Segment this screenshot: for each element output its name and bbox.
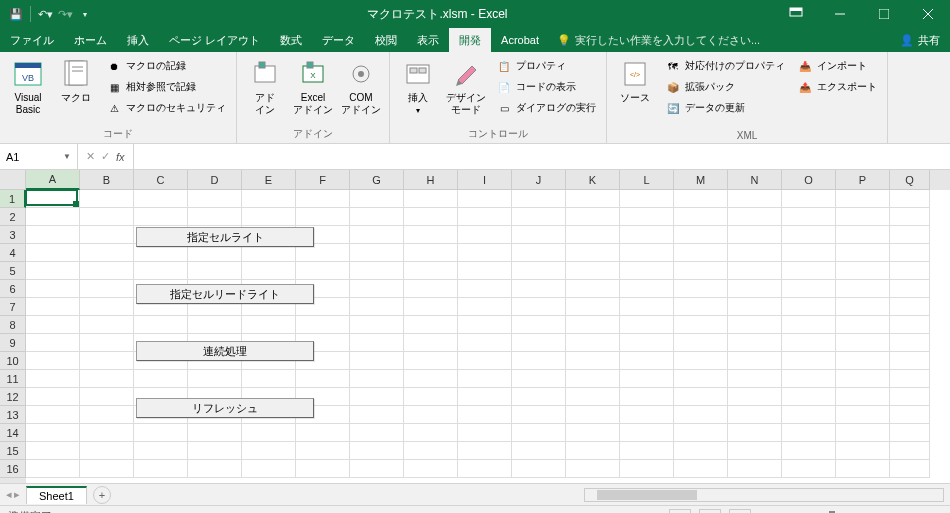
cell[interactable] [80,334,134,352]
qat-customize-icon[interactable]: ▾ [77,6,93,22]
share-button[interactable]: 👤共有 [890,28,950,52]
cell[interactable] [458,190,512,208]
cell[interactable] [566,298,620,316]
ribbon-tab[interactable]: ファイル [0,28,64,52]
cell[interactable] [674,208,728,226]
cell[interactable] [188,316,242,334]
cell[interactable] [890,334,930,352]
cell[interactable] [728,460,782,478]
cell[interactable] [566,280,620,298]
cell[interactable] [134,190,188,208]
run-dialog-button[interactable]: ▭ダイアログの実行 [492,98,600,118]
row-header[interactable]: 16 [0,460,26,478]
cell[interactable] [80,316,134,334]
cell[interactable] [242,316,296,334]
row-header[interactable]: 14 [0,424,26,442]
cell[interactable] [728,190,782,208]
redo-icon[interactable]: ↷▾ [57,6,73,22]
ribbon-tab[interactable]: 開発 [449,28,491,52]
cell[interactable] [782,298,836,316]
cell[interactable] [458,208,512,226]
cell[interactable] [512,352,566,370]
cell[interactable] [350,190,404,208]
cell[interactable] [728,316,782,334]
cell[interactable] [890,316,930,334]
cell[interactable] [620,208,674,226]
record-macro-button[interactable]: ⏺マクロの記録 [102,56,230,76]
cell[interactable] [566,208,620,226]
cell[interactable] [458,316,512,334]
cell[interactable] [728,280,782,298]
cell[interactable] [134,442,188,460]
cell[interactable] [512,226,566,244]
form-button[interactable]: リフレッシュ [136,398,314,418]
row-header[interactable]: 1 [0,190,26,208]
cell[interactable] [296,316,350,334]
cell[interactable] [26,424,80,442]
cell[interactable] [188,424,242,442]
cell[interactable] [350,316,404,334]
cell[interactable] [674,442,728,460]
ribbon-tab[interactable]: 挿入 [117,28,159,52]
cell[interactable] [728,262,782,280]
cell[interactable] [404,298,458,316]
cell[interactable] [296,370,350,388]
column-header[interactable]: J [512,170,566,190]
column-header[interactable]: D [188,170,242,190]
cell[interactable] [782,226,836,244]
cell[interactable] [728,388,782,406]
export-button[interactable]: 📤エクスポート [793,77,881,97]
cell[interactable] [566,334,620,352]
import-button[interactable]: 📥インポート [793,56,881,76]
ribbon-tab[interactable]: 校閲 [365,28,407,52]
cell[interactable] [458,352,512,370]
cell[interactable] [782,280,836,298]
cell[interactable] [890,190,930,208]
cell[interactable] [836,352,890,370]
cell[interactable] [188,442,242,460]
cell[interactable] [512,334,566,352]
cell[interactable] [26,406,80,424]
cell[interactable] [458,442,512,460]
ribbon-tab[interactable]: データ [312,28,365,52]
cell[interactable] [458,388,512,406]
cell[interactable] [836,244,890,262]
cell[interactable] [836,334,890,352]
row-header[interactable]: 12 [0,388,26,406]
cell[interactable] [674,280,728,298]
cell[interactable] [458,244,512,262]
cell[interactable] [890,208,930,226]
properties-button[interactable]: 📋プロパティ [492,56,600,76]
cell[interactable] [782,352,836,370]
cell[interactable] [458,298,512,316]
cell[interactable] [404,442,458,460]
cell[interactable] [512,208,566,226]
cell[interactable] [512,460,566,478]
cell[interactable] [26,262,80,280]
cell[interactable] [890,298,930,316]
cell[interactable] [620,244,674,262]
cell[interactable] [620,280,674,298]
cell[interactable] [26,334,80,352]
cell[interactable] [80,244,134,262]
column-header[interactable]: A [26,170,80,190]
row-header[interactable]: 10 [0,352,26,370]
cell[interactable] [836,280,890,298]
cell[interactable] [458,280,512,298]
cell[interactable] [674,226,728,244]
cell[interactable] [188,190,242,208]
cell[interactable] [512,442,566,460]
cell[interactable] [134,316,188,334]
cell[interactable] [242,460,296,478]
cell[interactable] [566,424,620,442]
cell[interactable] [242,370,296,388]
cell[interactable] [404,406,458,424]
cell[interactable] [890,460,930,478]
cell[interactable] [350,388,404,406]
ribbon-tab[interactable]: 表示 [407,28,449,52]
cell[interactable] [512,388,566,406]
expansion-pack-button[interactable]: 📦拡張パック [661,77,789,97]
cell[interactable] [350,370,404,388]
cell[interactable] [728,370,782,388]
cell[interactable] [728,352,782,370]
